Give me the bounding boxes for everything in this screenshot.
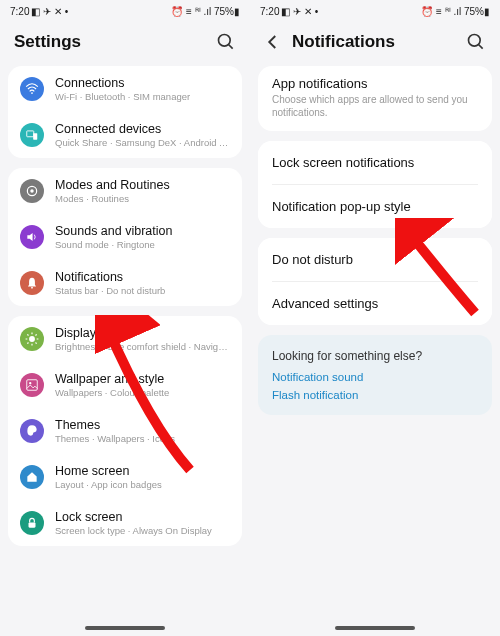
settings-item-sound[interactable]: Sounds and vibrationSound mode · Rington… [8, 214, 242, 260]
item-subtitle: Choose which apps are allowed to send yo… [272, 93, 478, 119]
item-title: Display [55, 326, 230, 340]
svg-line-1 [229, 45, 233, 49]
display-icon [20, 327, 44, 351]
settings-item-display[interactable]: DisplayBrightness · Eye comfort shield ·… [8, 316, 242, 362]
settings-item-home[interactable]: Home screenLayout · App icon badges [8, 454, 242, 500]
svg-line-15 [27, 343, 28, 344]
settings-group: ConnectionsWi-Fi · Bluetooth · SIM manag… [8, 66, 242, 158]
settings-item-devices[interactable]: Connected devicesQuick Share · Samsung D… [8, 112, 242, 158]
svg-rect-4 [33, 133, 37, 139]
search-button[interactable] [216, 32, 236, 52]
item-title: App notifications [272, 76, 478, 91]
settings-item-wallpaper[interactable]: Wallpaper and styleWallpapers · Colour p… [8, 362, 242, 408]
svg-rect-17 [27, 380, 38, 391]
item-title: Wallpaper and style [55, 372, 230, 386]
item-do-not-disturb[interactable]: Do not disturb [258, 238, 492, 281]
looking-for-something: Looking for something else? Notification… [258, 335, 492, 415]
svg-point-0 [219, 35, 231, 47]
status-left-icons: ◧ ✈ ✕ • [281, 6, 318, 17]
status-time: 7:20 [10, 6, 29, 17]
item-popup-style[interactable]: Notification pop-up style [258, 185, 492, 228]
item-title: Connections [55, 76, 230, 90]
page-title: Settings [14, 32, 206, 52]
item-subtitle: Themes · Wallpapers · Icons [55, 433, 230, 444]
settings-item-themes[interactable]: ThemesThemes · Wallpapers · Icons [8, 408, 242, 454]
item-title: Sounds and vibration [55, 224, 230, 238]
gesture-bar [335, 626, 415, 630]
back-button[interactable] [264, 33, 282, 51]
status-bar: 7:20 ◧ ✈ ✕ • ⏰ ≡ ᴿᴵ .ıl 75%▮ [250, 0, 500, 22]
settings-list[interactable]: ConnectionsWi-Fi · Bluetooth · SIM manag… [0, 66, 250, 620]
item-title: Modes and Routines [55, 178, 230, 192]
modes-icon [20, 179, 44, 203]
item-title: Themes [55, 418, 230, 432]
wallpaper-icon [20, 373, 44, 397]
item-lock-screen-notifications[interactable]: Lock screen notifications [258, 141, 492, 184]
settings-item-modes[interactable]: Modes and RoutinesModes · Routines [8, 168, 242, 214]
item-subtitle: Layout · App icon badges [55, 479, 230, 490]
item-subtitle: Quick Share · Samsung DeX · Android Auto [55, 137, 230, 148]
item-title: Connected devices [55, 122, 230, 136]
svg-point-7 [31, 287, 33, 289]
page-title: Notifications [292, 32, 456, 52]
item-title: Notifications [55, 270, 230, 284]
status-right-icons: ⏰ ≡ ᴿᴵ .ıl 75%▮ [421, 6, 490, 17]
search-icon [466, 32, 486, 52]
notifications-list[interactable]: App notifications Choose which apps are … [250, 66, 500, 620]
item-title: Home screen [55, 464, 230, 478]
svg-rect-19 [29, 522, 36, 527]
svg-line-14 [36, 343, 37, 344]
lock-icon [20, 511, 44, 535]
item-subtitle: Wi-Fi · Bluetooth · SIM manager [55, 91, 230, 102]
status-right-icons: ⏰ ≡ ᴿᴵ .ıl 75%▮ [171, 6, 240, 17]
svg-point-6 [30, 189, 34, 193]
sound-icon [20, 225, 44, 249]
gesture-bar [85, 626, 165, 630]
settings-item-wifi[interactable]: ConnectionsWi-Fi · Bluetooth · SIM manag… [8, 66, 242, 112]
notifications-header: Notifications [250, 22, 500, 66]
status-time: 7:20 [260, 6, 279, 17]
settings-screen: 7:20 ◧ ✈ ✕ • ⏰ ≡ ᴿᴵ .ıl 75%▮ Settings Co… [0, 0, 250, 636]
themes-icon [20, 419, 44, 443]
svg-line-13 [27, 334, 28, 335]
looking-title: Looking for something else? [272, 349, 478, 363]
settings-header: Settings [0, 22, 250, 66]
settings-group: Modes and RoutinesModes · RoutinesSounds… [8, 168, 242, 306]
link-notification-sound[interactable]: Notification sound [272, 371, 478, 383]
notifications-screen: 7:20 ◧ ✈ ✕ • ⏰ ≡ ᴿᴵ .ıl 75%▮ Notificatio… [250, 0, 500, 636]
settings-group: DisplayBrightness · Eye comfort shield ·… [8, 316, 242, 546]
svg-point-8 [29, 336, 35, 342]
search-icon [216, 32, 236, 52]
svg-line-16 [36, 334, 37, 335]
item-app-notifications[interactable]: App notifications Choose which apps are … [258, 66, 492, 131]
svg-line-22 [479, 45, 483, 49]
notif-icon [20, 271, 44, 295]
status-bar: 7:20 ◧ ✈ ✕ • ⏰ ≡ ᴿᴵ .ıl 75%▮ [0, 0, 250, 22]
wifi-icon [20, 77, 44, 101]
settings-item-lock[interactable]: Lock screenScreen lock type · Always On … [8, 500, 242, 546]
svg-point-2 [31, 92, 33, 94]
settings-item-notif[interactable]: NotificationsStatus bar · Do not disturb [8, 260, 242, 306]
svg-rect-3 [27, 131, 34, 137]
status-left-icons: ◧ ✈ ✕ • [31, 6, 68, 17]
chevron-left-icon [264, 33, 282, 51]
home-icon [20, 465, 44, 489]
item-subtitle: Screen lock type · Always On Display [55, 525, 230, 536]
item-advanced-settings[interactable]: Advanced settings [258, 282, 492, 325]
item-title: Lock screen [55, 510, 230, 524]
item-subtitle: Wallpapers · Colour palette [55, 387, 230, 398]
item-subtitle: Status bar · Do not disturb [55, 285, 230, 296]
item-subtitle: Sound mode · Ringtone [55, 239, 230, 250]
item-subtitle: Brightness · Eye comfort shield · Naviga… [55, 341, 230, 352]
item-subtitle: Modes · Routines [55, 193, 230, 204]
svg-point-18 [29, 382, 31, 384]
search-button[interactable] [466, 32, 486, 52]
link-flash-notification[interactable]: Flash notification [272, 389, 478, 401]
devices-icon [20, 123, 44, 147]
svg-point-21 [469, 35, 481, 47]
